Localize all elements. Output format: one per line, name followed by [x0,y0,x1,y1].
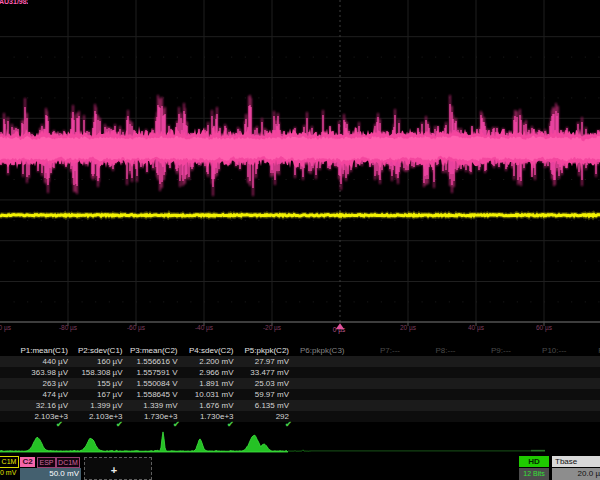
svg-text:-100 µs: -100 µs [0,324,12,332]
svg-text:-80 µs: -80 µs [59,324,78,332]
svg-text:40 µs: 40 µs [468,324,485,332]
svg-text:-60 µs: -60 µs [127,324,146,332]
svg-text:20 µs: 20 µs [400,324,417,332]
svg-text:-20 µs: -20 µs [263,324,282,332]
svg-text:-40 µs: -40 µs [195,324,214,332]
svg-text:60 µs: 60 µs [536,324,553,332]
